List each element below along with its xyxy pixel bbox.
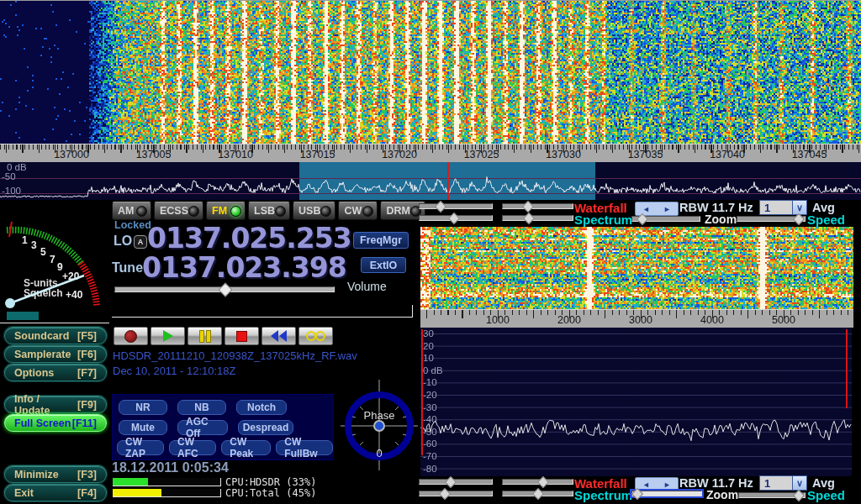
spectrum-ref-slider[interactable] <box>419 214 493 222</box>
locked-label: Locked <box>114 219 151 231</box>
zoom-label-bottom: Zoom <box>706 488 738 501</box>
waterfall-brightness-slider-bottom[interactable] <box>419 478 493 486</box>
loop-button[interactable] <box>298 327 333 345</box>
button-hotkey: [F4] <box>77 487 97 499</box>
spectrum-range-slider[interactable] <box>502 214 573 222</box>
main-spectrum-display[interactable]: 0 dB -50 -100 <box>0 162 861 200</box>
status-datetime: 18.12.2011 0:05:34 <box>112 460 229 475</box>
arrow-left-icon[interactable]: ◄ <box>642 480 650 489</box>
speed-slider-bottom[interactable] <box>738 491 806 499</box>
full-screen-button[interactable]: Full Screen [F11] <box>4 414 107 432</box>
record-button[interactable] <box>114 327 148 345</box>
slider-thumb[interactable] <box>218 283 232 297</box>
main-frequency-scale[interactable]: 1370001370051370101370151370201370251370… <box>0 144 861 162</box>
options-button[interactable]: Options [F7] <box>4 364 107 381</box>
rewind-button[interactable] <box>261 327 296 345</box>
chevron-down-icon[interactable]: ∨ <box>792 476 806 490</box>
waterfall-contrast-slider-bottom[interactable] <box>502 478 573 486</box>
waterfall-contrast-slider[interactable] <box>502 202 573 210</box>
button-label: Options <box>14 367 54 379</box>
button-label: Exit <box>14 487 34 499</box>
squelch-indicator[interactable] <box>7 312 39 320</box>
phase-label: Phase <box>364 409 395 422</box>
mode-fm-button[interactable]: FM <box>206 202 246 220</box>
cw-zap-button[interactable]: CW ZAP <box>117 440 164 455</box>
zoom-spectrum-db-labels: 3020100 dB-10-20-30-40-50-60-70-80 <box>420 328 471 476</box>
meter-tick-label: 1 <box>22 234 28 246</box>
arrow-right-icon[interactable]: ► <box>663 480 671 489</box>
zoom-waterfall-display[interactable] <box>420 227 853 309</box>
main-waterfall-display[interactable] <box>0 0 861 144</box>
minimize-button[interactable]: Minimize [F3] <box>4 465 107 483</box>
freq-tick-label: 137045 <box>792 149 827 160</box>
cw-fullbw-button[interactable]: CW FullBw <box>276 440 333 455</box>
despread-button[interactable]: Despread <box>238 420 293 435</box>
mode-label: LSB <box>254 205 275 217</box>
cpu-total-label: CPU:Total (45%) <box>225 487 316 499</box>
lo-frequency-display[interactable]: 0137.025.253 <box>147 224 351 252</box>
freqmgr-button[interactable]: FreqMgr <box>353 232 409 249</box>
mode-ecss-button[interactable]: ECSS <box>154 202 203 220</box>
zoom-slider[interactable] <box>631 215 700 223</box>
mode-lsb-button[interactable]: LSB <box>248 202 290 220</box>
mode-led-icon <box>188 206 199 217</box>
arrow-right-icon[interactable]: ► <box>663 205 671 213</box>
freq-tick-label: 1000 <box>486 314 510 326</box>
arrow-left-icon[interactable]: ◄ <box>642 205 650 213</box>
zoom-spectrum-display[interactable]: 3020100 dB-10-20-30-40-50-60-70-80 <box>420 328 852 476</box>
avg-dropdown[interactable]: 1 ∨ <box>759 200 807 215</box>
agc-off-button[interactable]: AGC Off <box>177 420 228 435</box>
pause-button[interactable] <box>188 327 222 345</box>
soundcard-button[interactable]: Soundcard [F5] <box>4 327 107 344</box>
db-tick-label: 0 dB <box>423 365 443 375</box>
nr-button[interactable]: NR <box>119 400 167 415</box>
mode-cw-button[interactable]: CW <box>338 202 378 220</box>
speed-slider[interactable] <box>737 215 806 223</box>
cpu-total-fill <box>113 489 161 496</box>
tune-frequency-display[interactable]: 0137.023.398 <box>142 254 346 281</box>
mode-am-button[interactable]: AM <box>112 202 151 220</box>
mute-button[interactable]: Mute <box>119 420 167 435</box>
tune-label: Tune <box>112 260 143 276</box>
phase-scope: Phase 0 <box>341 380 418 470</box>
button-label: Info / Update <box>14 393 77 417</box>
recording-datetime: Dec 10, 2011 - 12:10:18Z <box>113 365 235 377</box>
stop-button[interactable] <box>224 327 259 345</box>
spectrum-label-bottom: Spectrum <box>574 488 632 502</box>
mode-usb-button[interactable]: USB <box>293 202 335 220</box>
divider <box>412 305 413 318</box>
mode-led-icon <box>230 206 241 217</box>
chevron-down-icon[interactable]: ∨ <box>792 201 806 214</box>
db-tick-label: -40 <box>423 414 437 424</box>
main-spectrum-canvas <box>0 162 861 200</box>
button-label: Minimize <box>14 469 59 480</box>
lo-auto-badge[interactable]: A <box>134 235 147 249</box>
pause-icon <box>199 330 204 343</box>
rewind-icon <box>271 330 278 342</box>
cw-afc-button[interactable]: CW AFC <box>169 440 216 455</box>
nb-button[interactable]: NB <box>177 400 226 415</box>
db-tick-label: 20 <box>423 341 434 351</box>
db-tick-label: -80 <box>423 464 437 474</box>
cw-peak-button[interactable]: CW Peak <box>221 440 271 455</box>
info-update-button[interactable]: Info / Update [F9] <box>4 396 107 413</box>
zoom-slider-bottom[interactable] <box>631 490 702 497</box>
play-button[interactable] <box>151 327 185 345</box>
extio-button[interactable]: ExtIO <box>361 257 406 273</box>
exit-button[interactable]: Exit [F4] <box>4 484 107 501</box>
notch-button[interactable]: Notch <box>236 400 287 415</box>
avg-dropdown-bottom[interactable]: 1 ∨ <box>759 475 807 491</box>
db-tick-label: -60 <box>423 438 437 449</box>
waterfall-brightness-slider[interactable] <box>419 202 493 210</box>
spectrum-range-slider-bottom[interactable] <box>502 490 573 497</box>
mode-button-row: AM ECSS FM LSB USB CW DRM <box>112 202 425 220</box>
pause-icon <box>206 330 211 343</box>
samplerate-button[interactable]: Samplerate [F6] <box>4 345 107 363</box>
freq-tick-label: 5000 <box>772 314 795 326</box>
freq-tick-label: 137000 <box>54 149 89 160</box>
volume-slider[interactable] <box>114 286 335 293</box>
spectrum-ref-slider-bottom[interactable] <box>419 490 493 497</box>
zoom-frequency-scale[interactable]: 10002000300040005000 <box>420 309 853 328</box>
freq-tick-label: 137005 <box>136 149 172 160</box>
meter-tick-label: +40 <box>66 289 83 301</box>
